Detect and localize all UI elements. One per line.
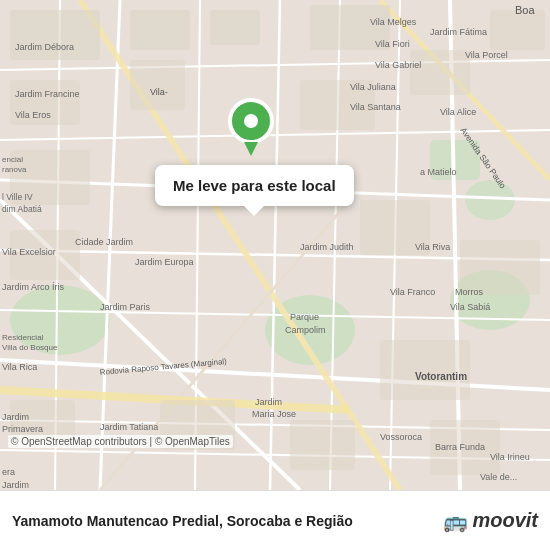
svg-text:encial: encial [2, 155, 23, 164]
svg-text:Jardim Francine: Jardim Francine [15, 89, 80, 99]
svg-text:Vila Santana: Vila Santana [350, 102, 401, 112]
svg-text:Votorantim: Votorantim [415, 371, 467, 382]
callout-bubble[interactable]: Me leve para este local [155, 165, 354, 206]
svg-text:Jardim Débora: Jardim Débora [15, 42, 74, 52]
svg-rect-40 [380, 340, 470, 400]
pin-tail [244, 142, 258, 156]
svg-text:dim Abatiá: dim Abatiá [2, 204, 42, 214]
svg-text:Vila Melges: Vila Melges [370, 17, 417, 27]
svg-text:Vila Eros: Vila Eros [15, 110, 51, 120]
callout-text: Me leve para este local [173, 177, 336, 194]
svg-text:Vila Franco: Vila Franco [390, 287, 435, 297]
svg-text:Vila Alice: Vila Alice [440, 107, 476, 117]
svg-text:ranova: ranova [2, 165, 27, 174]
svg-point-4 [465, 180, 515, 220]
svg-text:Villa do Bosque: Villa do Bosque [2, 343, 58, 352]
svg-text:Jardim: Jardim [255, 397, 282, 407]
svg-text:Primavera: Primavera [2, 424, 43, 434]
moovit-label: moovit [472, 509, 538, 532]
svg-text:Barra Funda: Barra Funda [435, 442, 485, 452]
svg-text:Jardim Tatiana: Jardim Tatiana [100, 422, 158, 432]
svg-rect-42 [290, 420, 355, 470]
svg-text:Jardim Fátima: Jardim Fátima [430, 27, 487, 37]
svg-text:l Ville IV: l Ville IV [2, 192, 33, 202]
svg-text:Campolim: Campolim [285, 325, 326, 335]
moovit-logo: 🚌 moovit [443, 509, 538, 533]
svg-text:era: era [2, 467, 15, 477]
svg-text:Vila-: Vila- [150, 87, 168, 97]
svg-text:Vila Excelsior: Vila Excelsior [2, 247, 56, 257]
bottom-bar: Yamamoto Manutencao Predial, Sorocaba e … [0, 490, 550, 550]
svg-text:Maria Jose: Maria Jose [252, 409, 296, 419]
svg-text:Jardim: Jardim [2, 412, 29, 422]
svg-text:Vila Sabiá: Vila Sabiá [450, 302, 490, 312]
svg-rect-35 [490, 10, 545, 50]
svg-text:Vila Rica: Vila Rica [2, 362, 37, 372]
location-name: Yamamoto Manutencao Predial, Sorocaba e … [12, 513, 435, 529]
svg-text:Jardim Arco Íris: Jardim Arco Íris [2, 282, 65, 292]
svg-rect-31 [130, 60, 185, 110]
svg-text:Boa: Boa [515, 4, 535, 16]
svg-rect-34 [410, 50, 470, 95]
svg-text:Jardim Paris: Jardim Paris [100, 302, 151, 312]
svg-text:Vila Gabriel: Vila Gabriel [375, 60, 421, 70]
svg-text:Vila Fiori: Vila Fiori [375, 39, 410, 49]
svg-text:Vale de...: Vale de... [480, 472, 517, 482]
svg-text:Morros: Morros [455, 287, 484, 297]
svg-text:Residencial: Residencial [2, 333, 44, 342]
map-attribution: © OpenStreetMap contributors | © OpenMap… [8, 435, 233, 448]
map-background: Boa Jardim Débora Jardim Francine Vila E… [0, 0, 550, 490]
svg-text:Vila Porcel: Vila Porcel [465, 50, 508, 60]
svg-text:Vila Irineu: Vila Irineu [490, 452, 530, 462]
svg-text:a Matielo: a Matielo [420, 167, 457, 177]
svg-text:Cidade Jardim: Cidade Jardim [75, 237, 133, 247]
map-pin [228, 98, 274, 156]
svg-rect-28 [210, 10, 260, 45]
svg-text:Vila Riva: Vila Riva [415, 242, 450, 252]
svg-text:Jardim Europa: Jardim Europa [135, 257, 194, 267]
pin-dot [244, 114, 258, 128]
svg-rect-26 [10, 10, 100, 60]
svg-text:Vila Juliana: Vila Juliana [350, 82, 396, 92]
svg-text:Vossoroca: Vossoroca [380, 432, 422, 442]
svg-text:Jardim: Jardim [2, 480, 29, 490]
map-area: Boa Jardim Débora Jardim Francine Vila E… [0, 0, 550, 490]
svg-text:Jardim Judith: Jardim Judith [300, 242, 354, 252]
svg-text:Parque: Parque [290, 312, 319, 322]
pin-circle [228, 98, 274, 144]
svg-rect-27 [130, 10, 190, 50]
moovit-icon: 🚌 [443, 509, 468, 533]
